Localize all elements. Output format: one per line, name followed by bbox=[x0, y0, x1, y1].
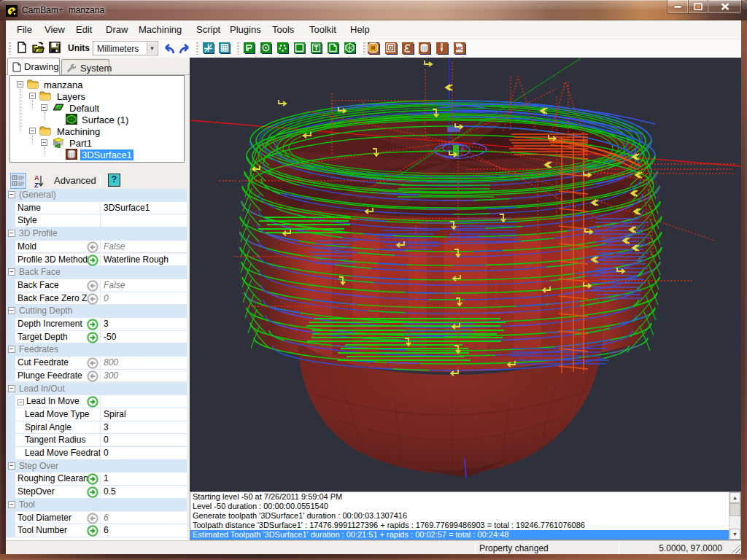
svg-text:Z: Z bbox=[34, 182, 39, 188]
svg-text:A: A bbox=[34, 174, 39, 182]
svg-text:MC: MC bbox=[456, 46, 463, 51]
